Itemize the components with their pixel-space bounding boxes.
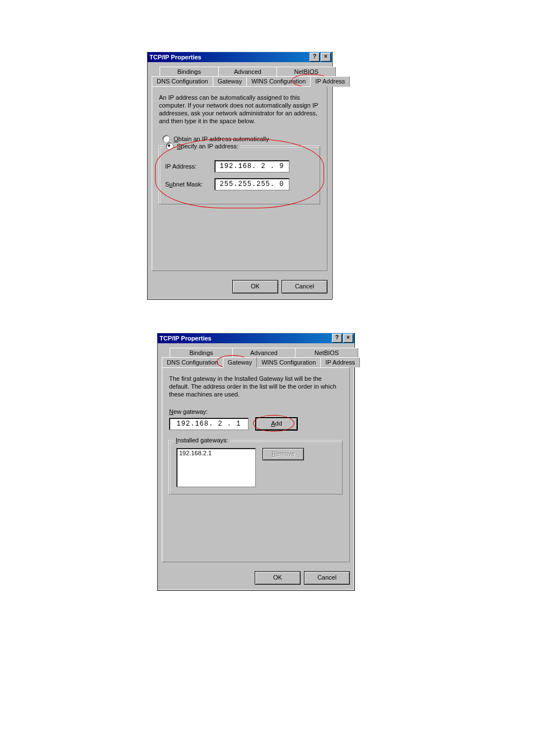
ip-address-input[interactable]: 192.168. 2 . 9 — [214, 160, 289, 172]
tab-ip-address[interactable]: IP Address — [310, 76, 350, 87]
remove-button: Remove — [263, 448, 304, 460]
gateway-description-text: The first gateway in the Installed Gatew… — [169, 375, 343, 398]
tab-advanced[interactable]: Advanced — [232, 348, 296, 357]
titlebar[interactable]: TCP/IP Properties ? × — [157, 333, 354, 343]
tab-wins-configuration[interactable]: WINS Configuration — [246, 76, 311, 86]
new-gateway-label: New gateway: — [169, 408, 343, 415]
tab-advanced[interactable]: Advanced — [218, 67, 278, 76]
add-button[interactable]: Add — [255, 417, 298, 431]
radio-obtain-label: Obtain an IP address automatically — [174, 136, 269, 142]
ip-description-text: An IP address can be automatically assig… — [159, 94, 320, 125]
cancel-button[interactable]: Cancel — [304, 571, 350, 585]
tcpip-properties-dialog-ip: TCP/IP Properties ? × Bindings Advanced … — [147, 52, 332, 300]
window-title: TCP/IP Properties — [149, 54, 310, 60]
tab-netbios[interactable]: NetBIOS — [277, 67, 336, 76]
help-button[interactable]: ? — [332, 334, 342, 343]
window-title: TCP/IP Properties — [160, 335, 332, 342]
subnet-mask-label: Subnet Mask: — [165, 181, 209, 188]
tcpip-properties-dialog-gateway: TCP/IP Properties ? × Bindings Advanced … — [157, 333, 355, 591]
specify-ip-group: Specify an IP address: IP Address: 192.1… — [159, 146, 320, 204]
new-gateway-input[interactable]: 192.168. 2 . 1 — [169, 418, 249, 430]
installed-gateways-list[interactable]: 192.168.2.1 — [176, 448, 256, 487]
close-button[interactable]: × — [343, 334, 353, 343]
installed-gateways-group: Installed gateways: 192.168.2.1 Remove — [169, 441, 343, 494]
tab-dns-configuration[interactable]: DNS Configuration — [162, 357, 223, 367]
tab-gateway[interactable]: Gateway — [223, 357, 257, 368]
tab-bindings[interactable]: Bindings — [170, 348, 233, 357]
tab-body-gateway: The first gateway in the Installed Gatew… — [162, 367, 350, 562]
tab-netbios[interactable]: NetBIOS — [295, 348, 358, 357]
help-button[interactable]: ? — [310, 53, 320, 62]
tab-gateway[interactable]: Gateway — [213, 76, 247, 86]
radio-specify-ip[interactable]: Specify an IP address: — [164, 142, 240, 150]
installed-gateways-label: Installed gateways: — [176, 437, 228, 444]
tab-dns-configuration[interactable]: DNS Configuration — [152, 76, 213, 86]
titlebar[interactable]: TCP/IP Properties ? × — [147, 52, 332, 62]
ip-address-label: IP Address: — [165, 163, 209, 170]
radio-specify-label: Specify an IP address: — [177, 143, 238, 150]
radio-obtain-auto[interactable]: Obtain an IP address automatically — [162, 135, 320, 143]
tab-ip-address[interactable]: IP Address — [320, 357, 360, 367]
radio-icon — [166, 142, 174, 150]
tab-body-ip-address: An IP address can be automatically assig… — [152, 86, 327, 271]
cancel-button[interactable]: Cancel — [282, 280, 327, 293]
ok-button[interactable]: OK — [232, 280, 278, 293]
radio-icon — [162, 135, 170, 143]
subnet-mask-input[interactable]: 255.255.255. 0 — [214, 178, 289, 190]
list-item[interactable]: 192.168.2.1 — [179, 450, 253, 456]
ok-button[interactable]: OK — [255, 571, 301, 585]
close-button[interactable]: × — [321, 53, 331, 62]
tab-wins-configuration[interactable]: WINS Configuration — [256, 357, 321, 367]
tab-bindings[interactable]: Bindings — [160, 67, 219, 76]
